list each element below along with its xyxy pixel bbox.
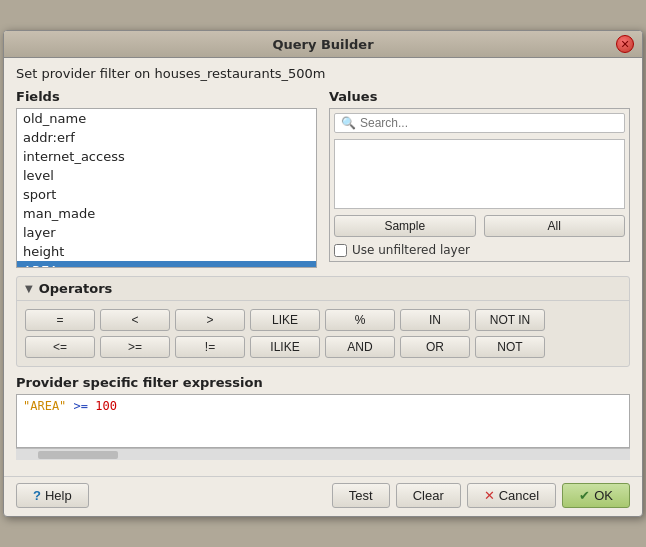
op-or[interactable]: OR	[400, 336, 470, 358]
op-ne[interactable]: !=	[175, 336, 245, 358]
values-section: Values 🔍 Sample All Use unfiltered layer	[329, 89, 630, 268]
titlebar: Query Builder ✕	[4, 31, 642, 58]
window-title: Query Builder	[30, 37, 616, 52]
use-unfiltered-text: Use unfiltered layer	[352, 243, 470, 257]
filter-section: Provider specific filter expression "ARE…	[16, 375, 630, 460]
op-ilike[interactable]: ILIKE	[250, 336, 320, 358]
horizontal-scrollbar[interactable]	[16, 448, 630, 460]
field-height[interactable]: height	[17, 242, 316, 261]
op-in[interactable]: IN	[400, 309, 470, 331]
operators-header[interactable]: ▼ Operators	[17, 277, 629, 301]
op-row-1: = < > LIKE % IN NOT IN	[25, 309, 621, 331]
cancel-icon: ✕	[484, 488, 495, 503]
main-content: Set provider filter on houses_restaurant…	[4, 58, 642, 476]
bottom-right-buttons: Test Clear ✕ Cancel ✔ OK	[332, 483, 630, 508]
field-sport[interactable]: sport	[17, 185, 316, 204]
op-equals[interactable]: =	[25, 309, 95, 331]
test-label: Test	[349, 488, 373, 503]
fields-values-row: Fields old_name addr:erf internet_access…	[16, 89, 630, 268]
cancel-button[interactable]: ✕ Cancel	[467, 483, 556, 508]
cancel-label: Cancel	[499, 488, 539, 503]
fields-section: Fields old_name addr:erf internet_access…	[16, 89, 317, 268]
collapse-triangle-icon: ▼	[25, 283, 33, 294]
subtitle: Set provider filter on houses_restaurant…	[16, 66, 630, 81]
op-and[interactable]: AND	[325, 336, 395, 358]
use-unfiltered-checkbox[interactable]	[334, 244, 347, 257]
ok-checkmark-icon: ✔	[579, 488, 590, 503]
help-button[interactable]: ? Help	[16, 483, 89, 508]
bottom-left-buttons: ? Help	[16, 483, 89, 508]
expr-number-span: 100	[95, 399, 117, 413]
fields-label: Fields	[16, 89, 317, 104]
help-label: Help	[45, 488, 72, 503]
field-old_name[interactable]: old_name	[17, 109, 316, 128]
search-row: 🔍	[334, 113, 625, 133]
values-label: Values	[329, 89, 630, 104]
clear-button[interactable]: Clear	[396, 483, 461, 508]
ok-label: OK	[594, 488, 613, 503]
search-icon: 🔍	[341, 116, 356, 130]
sample-button[interactable]: Sample	[334, 215, 476, 237]
ok-button[interactable]: ✔ OK	[562, 483, 630, 508]
op-gt[interactable]: >	[175, 309, 245, 331]
field-internet_access[interactable]: internet_access	[17, 147, 316, 166]
operators-section: ▼ Operators = < > LIKE % IN NOT IN <= >=…	[16, 276, 630, 367]
operators-grid: = < > LIKE % IN NOT IN <= >= != ILIKE AN…	[17, 301, 629, 366]
search-input[interactable]	[360, 116, 618, 130]
op-not-in[interactable]: NOT IN	[475, 309, 545, 331]
op-percent[interactable]: %	[325, 309, 395, 331]
test-button[interactable]: Test	[332, 483, 390, 508]
field-man_made[interactable]: man_made	[17, 204, 316, 223]
close-button[interactable]: ✕	[616, 35, 634, 53]
field-layer[interactable]: layer	[17, 223, 316, 242]
query-builder-window: Query Builder ✕ Set provider filter on h…	[3, 30, 643, 517]
operators-label: Operators	[39, 281, 113, 296]
op-like[interactable]: LIKE	[250, 309, 320, 331]
op-lt[interactable]: <	[100, 309, 170, 331]
values-list[interactable]	[334, 139, 625, 209]
bottom-bar: ? Help Test Clear ✕ Cancel ✔ OK	[4, 476, 642, 516]
op-row-2: <= >= != ILIKE AND OR NOT	[25, 336, 621, 358]
op-gte[interactable]: >=	[100, 336, 170, 358]
field-AREA[interactable]: AREA	[17, 261, 316, 268]
help-icon: ?	[33, 488, 41, 503]
expr-field-string: "AREA"	[23, 399, 66, 413]
op-not[interactable]: NOT	[475, 336, 545, 358]
filter-expression-box[interactable]: "AREA" >= 100	[16, 394, 630, 448]
filter-label: Provider specific filter expression	[16, 375, 630, 390]
use-unfiltered-label[interactable]: Use unfiltered layer	[334, 243, 625, 257]
clear-label: Clear	[413, 488, 444, 503]
op-lte[interactable]: <=	[25, 336, 95, 358]
field-level[interactable]: level	[17, 166, 316, 185]
expr-operator-span: >=	[74, 399, 96, 413]
values-buttons: Sample All	[334, 215, 625, 237]
values-box: 🔍 Sample All Use unfiltered layer	[329, 108, 630, 262]
scrollbar-thumb	[38, 451, 118, 459]
field-addr_erf[interactable]: addr:erf	[17, 128, 316, 147]
fields-list[interactable]: old_name addr:erf internet_access level …	[16, 108, 317, 268]
all-button[interactable]: All	[484, 215, 626, 237]
